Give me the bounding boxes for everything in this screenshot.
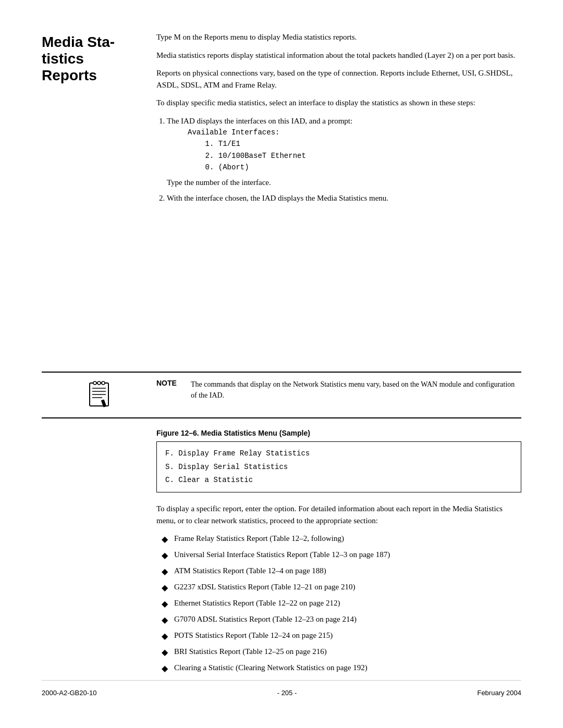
bullet-diamond-icon: ◆ xyxy=(162,598,168,610)
note-text: The commands that display on the Network… xyxy=(191,379,521,401)
numbered-item-2: With the interface chosen, the IAD displ… xyxy=(167,192,521,204)
bullet-diamond-icon: ◆ xyxy=(162,630,168,643)
bullet-item-9: ◆Clearing a Statistic (Clearing Network … xyxy=(162,662,521,675)
bullet-text: Clearing a Statistic (Clearing Network S… xyxy=(174,662,368,674)
bullet-item-7: ◆POTS Statistics Report (Table 12–24 on … xyxy=(162,630,521,643)
code-interfaces: Available Interfaces: 1. T1/E1 2. 10/100… xyxy=(188,127,521,174)
figure-line-1: F. Display Frame Relay Statistics xyxy=(165,447,512,460)
bullet-diamond-icon: ◆ xyxy=(162,582,168,594)
paragraph-1: Type M on the Reports menu to display Me… xyxy=(156,31,521,43)
figure-section: Figure 12–6. Media Statistics Menu (Samp… xyxy=(156,429,521,680)
bullet-diamond-icon: ◆ xyxy=(162,549,168,562)
bullet-list: ◆Frame Relay Statistics Report (Table 12… xyxy=(162,533,521,675)
type-number-text: Type the number of the interface. xyxy=(167,178,271,187)
notepad-svg xyxy=(87,381,112,408)
bullet-text: G2237 xDSL Statistics Report (Table 12–2… xyxy=(174,581,356,593)
bullet-item-1: ◆Frame Relay Statistics Report (Table 12… xyxy=(162,533,521,546)
paragraph-4: To display specific media statistics, se… xyxy=(156,97,521,109)
figure-code-box: F. Display Frame Relay Statistics S. Dis… xyxy=(156,441,521,492)
body-paragraph: To display a specific report, enter the … xyxy=(156,503,521,526)
section-heading: Media Sta- tistics Reports xyxy=(42,34,141,84)
svg-point-6 xyxy=(93,381,96,385)
bullet-diamond-icon: ◆ xyxy=(162,646,168,659)
numbered-item-1: The IAD displays the interfaces on this … xyxy=(167,115,521,189)
bullet-text: Universal Serial Interface Statistics Re… xyxy=(174,549,390,561)
bullet-item-2: ◆Universal Serial Interface Statistics R… xyxy=(162,549,521,562)
footer-right: February 2004 xyxy=(477,689,521,697)
bullet-text: Ethernet Statistics Report (Table 12–22 … xyxy=(174,597,340,609)
heading-line2: tistics xyxy=(42,51,84,67)
bullet-text: Frame Relay Statistics Report (Table 12–… xyxy=(174,533,344,545)
numbered-list: The IAD displays the interfaces on this … xyxy=(167,115,521,208)
footer-center: - 205 - xyxy=(277,689,297,697)
figure-line-2: S. Display Serial Statistics xyxy=(165,461,512,474)
bullet-item-6: ◆G7070 ADSL Statistics Report (Table 12–… xyxy=(162,613,521,626)
note-label: NOTE xyxy=(156,379,182,401)
left-column: Media Sta- tistics Reports xyxy=(42,31,156,366)
paragraph-2: Media statistics reports display statist… xyxy=(156,50,521,61)
main-content: Media Sta- tistics Reports Type M on the… xyxy=(42,31,521,366)
svg-point-8 xyxy=(102,381,105,385)
footer: 2000-A2-GB20-10 - 205 - February 2004 xyxy=(42,680,521,697)
bullet-item-8: ◆BRI Statistics Report (Table 12–25 on p… xyxy=(162,646,521,659)
bullet-item-4: ◆G2237 xDSL Statistics Report (Table 12–… xyxy=(162,581,521,594)
bullet-text: ATM Statistics Report (Table 12–4 on pag… xyxy=(174,565,326,577)
bullet-item-3: ◆ATM Statistics Report (Table 12–4 on pa… xyxy=(162,565,521,578)
bullet-diamond-icon: ◆ xyxy=(162,614,168,626)
note-icon xyxy=(87,381,112,411)
bullet-diamond-icon: ◆ xyxy=(162,565,168,578)
bullet-diamond-icon: ◆ xyxy=(162,662,168,675)
heading-line1: Media Sta- xyxy=(42,34,115,50)
right-column: Type M on the Reports menu to display Me… xyxy=(156,31,521,366)
bullet-item-5: ◆Ethernet Statistics Report (Table 12–22… xyxy=(162,597,521,610)
bullet-text: BRI Statistics Report (Table 12–25 on pa… xyxy=(174,646,327,658)
svg-point-7 xyxy=(97,381,101,385)
bullet-text: POTS Statistics Report (Table 12–24 on p… xyxy=(174,630,333,641)
paragraph-3: Reports on physical connections vary, ba… xyxy=(156,67,521,91)
bullet-text: G7070 ADSL Statistics Report (Table 12–2… xyxy=(174,613,357,625)
note-icon-area xyxy=(42,379,156,411)
figure-caption: Figure 12–6. Media Statistics Menu (Samp… xyxy=(156,429,521,437)
heading-line3: Reports xyxy=(42,67,97,83)
page: Media Sta- tistics Reports Type M on the… xyxy=(0,0,563,728)
note-content: NOTE The commands that display on the Ne… xyxy=(156,379,521,401)
footer-left: 2000-A2-GB20-10 xyxy=(42,689,97,697)
figure-line-3: C. Clear a Statistic xyxy=(165,474,512,487)
note-section: NOTE The commands that display on the Ne… xyxy=(42,372,521,418)
bullet-diamond-icon: ◆ xyxy=(162,533,168,546)
